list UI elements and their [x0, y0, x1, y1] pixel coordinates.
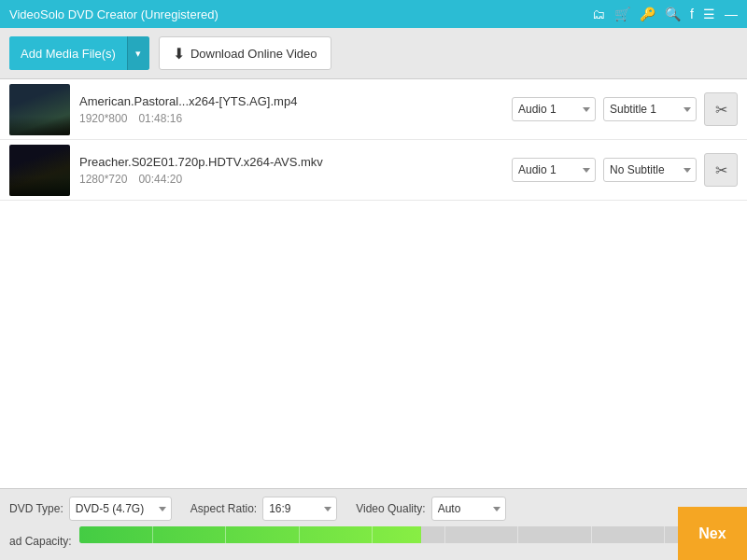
bottom-bar: DVD Type: DVD-5 (4.7G) DVD-9 (8.5G) Aspe… [0, 488, 747, 560]
dvd-type-group: DVD Type: DVD-5 (4.7G) DVD-9 (8.5G) [9, 497, 172, 521]
capacity-row: ad Capacity: 1GB [9, 526, 738, 556]
app-title: VideoSolo DVD Creator (Unregistered) [9, 7, 218, 21]
edit-button[interactable]: ✂ [704, 92, 738, 126]
file-meta: 1920*800 01:48:16 [79, 112, 502, 125]
capacity-wrapper: 1GB 2GB 3GB 4GB 5GB 6GB 7GB 8GB 9GB [79, 526, 738, 556]
add-media-main[interactable]: Add Media File(s) [9, 36, 127, 70]
table-row: Preacher.S02E01.720p.HDTV.x264-AVS.mkv 1… [0, 140, 747, 201]
file-duration: 01:48:16 [138, 112, 182, 125]
file-resolution: 1920*800 [79, 112, 127, 125]
facebook-icon[interactable]: f [690, 7, 694, 21]
video-quality-group: Video Quality: Auto High Medium Low [356, 497, 506, 521]
capacity-bar [79, 526, 738, 543]
file-thumbnail [9, 84, 70, 135]
file-duration: 00:44:20 [138, 173, 182, 186]
file-meta: 1280*720 00:44:20 [79, 173, 502, 186]
file-controls: Audio 1 Subtitle 1 ✂ [512, 92, 738, 126]
next-button[interactable]: Nex [678, 507, 747, 560]
file-thumbnail [9, 145, 70, 196]
file-icon[interactable]: 🗂 [592, 7, 605, 21]
subtitle-select[interactable]: Subtitle 1 [603, 97, 697, 121]
cart-icon[interactable]: 🛒 [614, 7, 630, 21]
audio-select[interactable]: Audio 1 [512, 97, 596, 121]
download-label: Download Online Video [190, 47, 317, 61]
search-icon[interactable]: 🔍 [665, 7, 681, 21]
aspect-ratio-select[interactable]: 16:9 4:3 [262, 497, 337, 521]
download-online-video-button[interactable]: ⬇ Download Online Video [159, 36, 331, 70]
file-name: American.Pastoral...x264-[YTS.AG].mp4 [79, 94, 502, 108]
audio-select[interactable]: Audio 1 [512, 158, 596, 182]
file-info: American.Pastoral...x264-[YTS.AG].mp4 19… [79, 94, 502, 125]
file-resolution: 1280*720 [79, 173, 127, 186]
video-quality-label: Video Quality: [356, 502, 426, 515]
add-media-button[interactable]: Add Media File(s) ▾ [9, 36, 149, 70]
titlebar-controls: 🗂 🛒 🔑 🔍 f ☰ — [592, 7, 738, 21]
titlebar: VideoSolo DVD Creator (Unregistered) 🗂 🛒… [0, 0, 747, 28]
file-controls: Audio 1 No Subtitle Subtitle 1 ✂ [512, 153, 738, 187]
file-list: American.Pastoral...x264-[YTS.AG].mp4 19… [0, 79, 747, 488]
table-row: American.Pastoral...x264-[YTS.AG].mp4 19… [0, 79, 747, 140]
download-icon: ⬇ [173, 45, 185, 63]
capacity-label: ad Capacity: [9, 535, 72, 548]
file-name: Preacher.S02E01.720p.HDTV.x264-AVS.mkv [79, 155, 502, 169]
file-info: Preacher.S02E01.720p.HDTV.x264-AVS.mkv 1… [79, 155, 502, 186]
edit-button[interactable]: ✂ [704, 153, 738, 187]
settings-row: DVD Type: DVD-5 (4.7G) DVD-9 (8.5G) Aspe… [9, 497, 738, 521]
key-icon[interactable]: 🔑 [640, 7, 655, 21]
add-media-dropdown[interactable]: ▾ [127, 36, 149, 70]
bottom-settings-bar: DVD Type: DVD-5 (4.7G) DVD-9 (8.5G) Aspe… [0, 488, 747, 560]
aspect-ratio-label: Aspect Ratio: [190, 502, 257, 515]
aspect-ratio-group: Aspect Ratio: 16:9 4:3 [190, 497, 337, 521]
toolbar: Add Media File(s) ▾ ⬇ Download Online Vi… [0, 28, 747, 79]
subtitle-select[interactable]: No Subtitle Subtitle 1 [603, 158, 697, 182]
menu-icon[interactable]: ☰ [703, 7, 715, 21]
dvd-type-label: DVD Type: [9, 502, 63, 515]
capacity-fill [79, 526, 422, 543]
video-quality-select[interactable]: Auto High Medium Low [431, 497, 506, 521]
dvd-type-select[interactable]: DVD-5 (4.7G) DVD-9 (8.5G) [69, 497, 172, 521]
minimize-icon[interactable]: — [725, 7, 738, 21]
main-content: American.Pastoral...x264-[YTS.AG].mp4 19… [0, 79, 747, 560]
